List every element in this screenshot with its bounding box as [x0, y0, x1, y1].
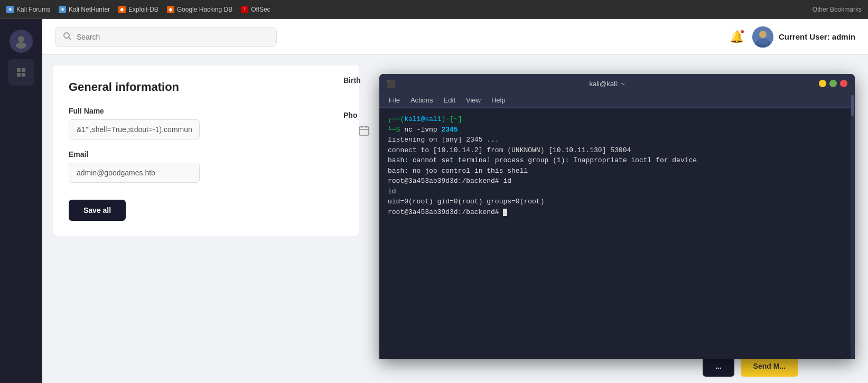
- svg-point-9: [759, 31, 767, 38]
- form-section: General information Full Name Birthday E…: [53, 66, 359, 236]
- svg-rect-3: [22, 68, 25, 72]
- form-row-name: Full Name Birthday: [69, 107, 343, 139]
- notification-bell[interactable]: 🔔: [730, 30, 744, 44]
- email-label: Email: [69, 150, 200, 158]
- terminal-output-8: root@3a453ab39d3d:/backend#: [388, 207, 846, 218]
- bookmark-exploit-db[interactable]: ◆ Exploit-DB: [118, 6, 158, 13]
- terminal-output-5: root@3a453ab39d3d:/backend# id: [388, 176, 846, 186]
- bookmarks-bar: ★ Kali Forums ★ Kali NetHunter ◆ Exploit…: [0, 0, 868, 19]
- email-input[interactable]: [69, 163, 200, 183]
- bookmark-kali-nethunter[interactable]: ★ Kali NetHunter: [59, 6, 110, 13]
- other-bookmarks[interactable]: Other Bookmarks: [813, 6, 862, 13]
- phone-partial-label: Pho: [343, 111, 375, 119]
- bookmark-offsec[interactable]: ! OffSec: [241, 6, 270, 13]
- bookmark-kali-forums-label: Kali Forums: [16, 6, 50, 13]
- main-container: 🔔 Current User: admin: [0, 19, 868, 383]
- form-row-email: Email Phone: [69, 150, 343, 183]
- offsec-icon: !: [241, 6, 248, 13]
- terminal-menu-actions[interactable]: Actions: [405, 94, 438, 106]
- bookmark-offsec-label: OffSec: [251, 6, 270, 13]
- terminal-minimize-button[interactable]: [819, 80, 826, 87]
- svg-line-7: [69, 38, 71, 40]
- search-icon: [63, 32, 71, 42]
- terminal-maximize-button[interactable]: [829, 80, 837, 87]
- form-group-fullname: Full Name: [69, 107, 200, 139]
- terminal-output-1: listening on [any] 2345 ...: [388, 135, 846, 145]
- svg-point-6: [64, 33, 69, 38]
- terminal-output-6: id: [388, 186, 846, 197]
- svg-rect-12: [359, 127, 369, 135]
- exploit-db-icon: ◆: [118, 6, 126, 13]
- fullname-label: Full Name: [69, 107, 200, 115]
- bookmark-nethunter-label: Kali NetHunter: [69, 6, 110, 13]
- sidebar: [0, 19, 42, 383]
- form-title: General information: [69, 80, 343, 94]
- search-input[interactable]: [77, 33, 269, 41]
- sidebar-nav-item-1[interactable]: [8, 59, 34, 86]
- terminal-close-button[interactable]: [840, 80, 847, 87]
- terminal-menu-help[interactable]: Help: [486, 94, 511, 106]
- terminal-menu-edit[interactable]: Edit: [438, 94, 461, 106]
- terminal-output-3: bash: cannot set terminal process group …: [388, 155, 846, 166]
- sidebar-avatar: [10, 30, 33, 53]
- terminal-menu: File Actions Edit View Help: [379, 93, 855, 108]
- terminal-icon: ⬛: [387, 80, 395, 88]
- save-button[interactable]: Save all: [69, 200, 126, 221]
- terminal-output-7: uid=0(root) gid=0(root) groups=0(root): [388, 197, 846, 207]
- svg-point-0: [18, 36, 24, 42]
- svg-point-1: [16, 42, 26, 49]
- terminal-prompt-line: ┌──(kali@kali)-[~]: [388, 114, 846, 125]
- bookmark-kali-forums[interactable]: ★ Kali Forums: [6, 6, 50, 13]
- avatar: [752, 26, 773, 48]
- terminal-controls: [819, 80, 847, 87]
- svg-rect-2: [17, 68, 21, 72]
- terminal-body[interactable]: ┌──(kali@kali)-[~] └─$ nc -lvnp 2345 lis…: [379, 108, 855, 359]
- terminal-output-4: bash: no job control in this shell: [388, 166, 846, 176]
- terminal-output-2: connect to [10.10.14.2] from (UNKNOWN) […: [388, 145, 846, 156]
- kali-nethunter-icon: ★: [59, 6, 66, 13]
- bookmark-google-label: Google Hacking DB: [177, 6, 232, 13]
- bookmark-google-hacking[interactable]: ◆ Google Hacking DB: [167, 6, 232, 13]
- terminal-user: kali@kali: [404, 115, 441, 123]
- search-container[interactable]: [55, 27, 277, 47]
- scroll-thumb: [851, 95, 854, 116]
- svg-rect-5: [22, 73, 25, 77]
- terminal-menu-file[interactable]: File: [384, 94, 405, 106]
- terminal-menu-view[interactable]: View: [461, 94, 486, 106]
- user-info[interactable]: Current User: admin: [752, 26, 855, 48]
- user-name-label: Current User: admin: [779, 32, 855, 41]
- calendar-icon: [358, 125, 370, 138]
- birth-partial-label: Birth: [343, 66, 375, 111]
- header: 🔔 Current User: admin: [42, 19, 868, 55]
- other-bookmarks-label: Other Bookmarks: [813, 6, 862, 13]
- form-group-email: Email: [69, 150, 200, 183]
- svg-rect-4: [17, 73, 21, 77]
- terminal-command-line: └─$ nc -lvnp 2345: [388, 125, 846, 135]
- partial-birth-label: Birth Pho: [343, 66, 375, 119]
- notification-dot: [740, 29, 745, 34]
- google-hacking-icon: ◆: [167, 6, 174, 13]
- terminal-scrollbar[interactable]: [851, 93, 855, 359]
- svg-rect-11: [758, 39, 768, 44]
- content-area: 🔔 Current User: admin: [42, 19, 868, 383]
- terminal-cursor: [503, 209, 507, 216]
- kali-forums-icon: ★: [6, 6, 14, 13]
- bookmark-exploit-label: Exploit-DB: [128, 6, 158, 13]
- header-right: 🔔 Current User: admin: [730, 26, 855, 48]
- fullname-input[interactable]: [69, 119, 200, 139]
- terminal-titlebar: ⬛ kali@kali: ~: [379, 74, 855, 93]
- terminal-window: ⬛ kali@kali: ~ File Actions Edit View He…: [379, 74, 855, 359]
- terminal-title: kali@kali: ~: [395, 80, 819, 88]
